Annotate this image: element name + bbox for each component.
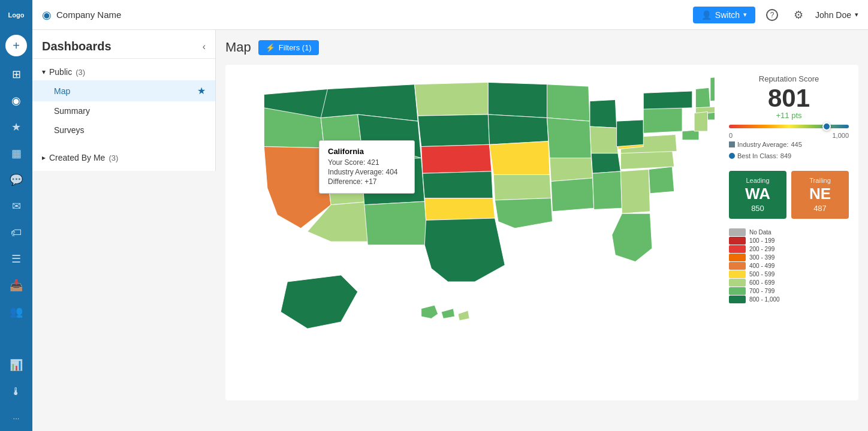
state-hi3 [458, 311, 469, 321]
state-ks [423, 171, 493, 198]
switch-button[interactable]: 👤 Switch ▾ [693, 7, 755, 23]
rail-dashboard-icon[interactable]: ◉ [0, 88, 32, 114]
score-bar-indicator [822, 122, 831, 131]
legend-label: 200 - 299 [749, 246, 774, 252]
star-icon[interactable]: ★ [197, 85, 206, 97]
sidebar-close-button[interactable]: ‹ [203, 41, 206, 52]
icon-rail: Logo + ⊞ ◉ ★ ▦ 💬 ✉ 🏷 ☰ 📥 👥 📊 🌡 ··· [0, 0, 32, 431]
state-ok [424, 198, 495, 221]
rail-tag-icon[interactable]: 🏷 [0, 219, 32, 246]
sidebar-item-surveys[interactable]: Surveys [32, 120, 215, 140]
state-hi [421, 305, 438, 318]
sidebar-section-public: ▾ Public (3) Map ★ Summary Surveys [32, 59, 215, 144]
legend-label: 300 - 399 [749, 254, 774, 261]
state-sc [649, 167, 674, 194]
public-section-header[interactable]: ▾ Public (3) [32, 64, 215, 80]
rail-chart-icon[interactable]: 📊 [0, 352, 32, 378]
rail-star-icon[interactable]: ★ [0, 114, 32, 140]
user-menu[interactable]: John Doe ▾ [815, 10, 858, 20]
filter-label: Filters (1) [279, 43, 312, 52]
trailing-score: 487 [796, 204, 844, 213]
state-ak [281, 275, 357, 328]
state-sd [418, 114, 489, 147]
legend-row: 200 - 299 [729, 245, 780, 253]
legend-color [729, 262, 746, 270]
rail-list-icon[interactable]: ☰ [0, 246, 32, 272]
score-legend: Industry Average: 445 Best In Class: 849 [729, 139, 849, 161]
score-bar-track [729, 125, 849, 128]
state-nd [415, 82, 489, 116]
leading-trailing-section: Leading WA 850 Trailing NE 487 [729, 171, 849, 219]
state-ct [707, 112, 715, 120]
rep-score-label: Reputation Score [729, 74, 849, 83]
legend-row: 300 - 399 [729, 254, 780, 261]
score-min: 0 [729, 132, 733, 139]
state-tx [424, 218, 505, 282]
created-by-me-section-header[interactable]: ▸ Created By Me (3) [32, 149, 215, 166]
legend-color [729, 245, 746, 253]
rail-grid-icon[interactable]: ▦ [0, 140, 32, 167]
rail-people-icon[interactable]: 👥 [0, 299, 32, 325]
tooltip-difference: Difference: +17 [328, 177, 406, 186]
help-button[interactable]: ? [762, 5, 782, 25]
state-tn [550, 158, 592, 182]
leading-label: Leading [734, 177, 782, 184]
legend-label: 400 - 499 [749, 263, 774, 269]
industry-avg-value: 445 [791, 139, 801, 150]
sidebar-item-map[interactable]: Map ★ [32, 80, 215, 101]
rail-chat-icon[interactable]: 💬 [0, 167, 32, 193]
industry-avg-legend: Industry Average: 445 [729, 139, 849, 150]
map-tooltip: California Your Score: 421 Industry Aver… [319, 140, 415, 194]
us-map-svg[interactable] [235, 74, 715, 362]
top-nav: ◉ Company Name 👤 Switch ▾ ? ⚙ John Doe ▾ [32, 0, 868, 30]
user-chevron-icon: ▾ [855, 11, 858, 19]
rail-thermo-icon[interactable]: 🌡 [0, 378, 32, 405]
legend-color [729, 279, 746, 287]
legend-label: 600 - 699 [749, 279, 774, 286]
best-in-class-value: 849 [780, 150, 791, 162]
settings-button[interactable]: ⚙ [789, 5, 808, 25]
state-ms [551, 178, 593, 212]
state-nj [694, 112, 707, 131]
state-nm [364, 201, 428, 245]
rail-send-icon[interactable]: ✉ [0, 193, 32, 219]
leading-state-card: Leading WA 850 [729, 171, 786, 219]
filter-button[interactable]: ⚡ Filters (1) [258, 40, 319, 55]
best-in-class-legend: Best In Class: 849 [729, 150, 849, 162]
rail-more-icon[interactable]: ··· [0, 405, 32, 431]
expand-icon: ▸ [42, 153, 46, 162]
page-content: Map ⚡ Filters (1) [216, 30, 868, 431]
state-ga [620, 170, 650, 214]
state-vt [695, 88, 710, 107]
legend-row: 600 - 699 [729, 279, 780, 287]
state-ne [421, 144, 492, 173]
legend-row: 100 - 199 [729, 237, 780, 245]
state-ar [493, 174, 551, 200]
legend-row: 500 - 599 [729, 270, 780, 278]
section-label: Created By Me [49, 153, 105, 162]
industry-avg-label: Industry Average: [737, 139, 788, 150]
help-icon: ? [766, 9, 778, 21]
main-area: ◉ Company Name 👤 Switch ▾ ? ⚙ John Doe ▾… [32, 0, 868, 431]
state-ia [488, 114, 548, 144]
tooltip-your-score: Your Score: 421 [328, 158, 406, 167]
sidebar-section-created-by-me: ▸ Created By Me (3) [32, 144, 215, 171]
trailing-state-card: Trailing NE 487 [791, 171, 849, 219]
leading-score: 850 [734, 204, 782, 213]
tooltip-industry-avg: Industry Average: 404 [328, 168, 406, 176]
state-in [590, 126, 618, 153]
sidebar-item-summary[interactable]: Summary [32, 101, 215, 120]
rail-home-icon[interactable]: ⊞ [0, 61, 32, 88]
rail-inbox-icon[interactable]: 📥 [0, 272, 32, 299]
score-bar [729, 125, 849, 128]
color-legend: No Data100 - 199200 - 299300 - 399400 - … [729, 228, 780, 303]
state-la [495, 198, 552, 228]
add-button[interactable]: + [5, 35, 27, 56]
sidebar-panel: Dashboards ‹ ▾ Public (3) Map ★ Summary [32, 30, 216, 431]
rail-logo[interactable]: Logo [0, 0, 32, 30]
company-name: Company Name [56, 10, 121, 20]
legend-color [729, 287, 746, 295]
state-wi [547, 85, 590, 121]
map-svg-area: California Your Score: 421 Industry Aver… [235, 74, 715, 391]
section-count: (3) [108, 153, 118, 162]
